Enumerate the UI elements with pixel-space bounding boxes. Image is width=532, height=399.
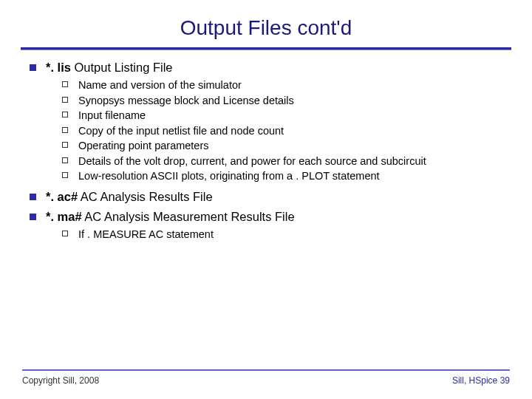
- sub-item: Operating point parameters: [62, 139, 502, 153]
- sub-item: If . MEASURE AC statement: [62, 228, 502, 242]
- sub-item: Input filename: [62, 109, 502, 123]
- copyright-text: Copyright Sill, 2008: [22, 375, 99, 386]
- top-item-label: *. ma# AC Analysis Measurement Results F…: [46, 209, 502, 225]
- sub-item: Low-resolution ASCII plots, originating …: [62, 169, 502, 183]
- footer-right: Sill, HSpice 39: [452, 375, 510, 386]
- top-item-label: *. lis Output Listing File: [46, 60, 502, 75]
- slide-title: Output Files cont'd: [0, 0, 532, 47]
- sub-item: Name and version of the simulator: [62, 78, 502, 92]
- footer-right-label: Sill, HSpice: [452, 375, 497, 386]
- top-item: *. lis Output Listing FileName and versi…: [30, 60, 502, 183]
- sub-item: Details of the volt drop, current, and p…: [62, 154, 502, 168]
- footer-row: Copyright Sill, 2008 Sill, HSpice 39: [22, 375, 510, 386]
- top-level-list: *. lis Output Listing FileName and versi…: [30, 60, 502, 242]
- top-item: *. ma# AC Analysis Measurement Results F…: [30, 209, 502, 242]
- footer: Copyright Sill, 2008 Sill, HSpice 39: [0, 369, 532, 386]
- top-item-label: *. ac# AC Analysis Results File: [46, 189, 502, 205]
- sub-item: Synopsys message block and License detai…: [62, 94, 502, 108]
- footer-rule: [22, 369, 510, 371]
- sub-item: Copy of the input netlist file and node …: [62, 124, 502, 138]
- title-rule: [21, 47, 511, 50]
- content-area: *. lis Output Listing FileName and versi…: [0, 60, 532, 242]
- top-item: *. ac# AC Analysis Results File: [30, 189, 502, 205]
- sub-list: Name and version of the simulatorSynopsy…: [46, 78, 502, 183]
- page-number: 39: [500, 375, 510, 386]
- slide: Output Files cont'd *. lis Output Listin…: [0, 0, 532, 399]
- title-rule-wrap: [21, 47, 511, 50]
- sub-list: If . MEASURE AC statement: [46, 228, 502, 242]
